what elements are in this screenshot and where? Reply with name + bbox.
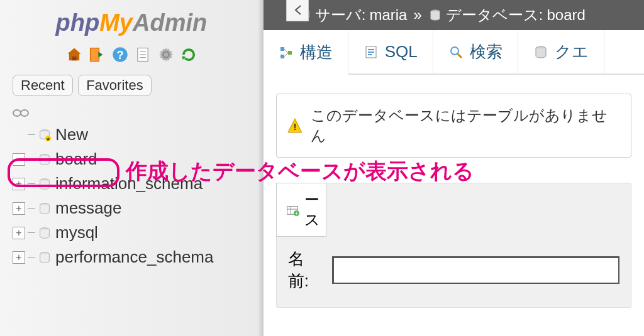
link-icon[interactable]: [13, 109, 231, 117]
structure-icon: [279, 45, 294, 60]
create-header-text: ース: [304, 190, 320, 230]
tab-label: 検索: [470, 41, 502, 63]
content-area: ! このデータベースにはテーブルがありません + ース 名前:: [264, 75, 644, 327]
new-db-icon: ★: [38, 128, 52, 142]
svg-point-31: [451, 47, 458, 55]
create-table-section: + ース 名前:: [276, 183, 631, 308]
annotation-highlight: [8, 158, 119, 187]
database-icon: [38, 226, 52, 240]
logo[interactable]: phpMyAdmin: [13, 9, 250, 36]
logo-part-php: php: [56, 9, 100, 36]
svg-rect-22: [280, 47, 284, 51]
annotation-text: 作成したデータベースが表示される: [126, 157, 474, 186]
svg-point-10: [21, 110, 28, 116]
tree-item-label: mysql: [55, 223, 98, 242]
tree-item-label: message: [55, 198, 122, 218]
tree-new[interactable]: ★ New: [13, 122, 250, 147]
svg-text:★: ★: [46, 136, 50, 142]
tree-spacer: [13, 129, 25, 141]
svg-text:+: +: [295, 211, 298, 217]
database-icon: [38, 251, 52, 264]
name-label: 名前:: [288, 248, 323, 292]
docs-icon[interactable]: [134, 46, 152, 63]
tab-search[interactable]: 検索: [433, 30, 518, 73]
warning-text: このデータベースにはテーブルがありません: [311, 106, 621, 146]
tab-query[interactable]: クエ: [518, 30, 604, 73]
sql-icon: [364, 45, 379, 60]
breadcrumb-db-link[interactable]: board: [547, 6, 585, 24]
logout-icon[interactable]: [88, 46, 106, 63]
breadcrumb-separator: »: [413, 6, 421, 24]
home-icon[interactable]: [65, 46, 83, 63]
recent-tab[interactable]: Recent: [13, 75, 73, 96]
tree-new-label: New: [55, 125, 88, 144]
logo-part-admin: Admin: [133, 9, 207, 36]
warning-box: ! このデータベースにはテーブルがありません: [276, 94, 631, 158]
tree-item-mysql[interactable]: + mysql: [13, 220, 250, 245]
breadcrumb-server-label: サーバ:: [315, 5, 366, 25]
db-tree: ★ New − board + information_schema + mes…: [13, 122, 250, 269]
svg-rect-24: [288, 51, 292, 55]
create-table-icon: +: [286, 203, 299, 217]
tree-connector: [28, 257, 35, 257]
sidebar-toolbar: ?: [13, 46, 250, 63]
svg-point-9: [13, 110, 21, 116]
panel-link-row: [13, 109, 250, 117]
tab-label: 構造: [300, 41, 333, 63]
gear-icon[interactable]: [157, 46, 175, 63]
tree-item-performance-schema[interactable]: + performance_schema: [13, 245, 250, 269]
database-icon: [428, 8, 442, 22]
table-name-input[interactable]: [332, 256, 619, 284]
tree-expander[interactable]: +: [13, 227, 25, 239]
tab-structure[interactable]: 構造: [264, 30, 348, 75]
svg-rect-1: [91, 48, 99, 62]
help-icon[interactable]: ?: [111, 46, 129, 63]
create-table-header[interactable]: + ース: [276, 183, 326, 237]
search-icon: [448, 45, 464, 60]
breadcrumb: サーバ: maria » データベース: board: [264, 0, 644, 30]
logo-part-my: My: [99, 9, 133, 36]
tree-item-message[interactable]: + message: [13, 196, 250, 220]
favorites-tab[interactable]: Favorites: [78, 75, 151, 96]
tree-connector: [28, 208, 35, 209]
database-icon: [38, 202, 52, 215]
tab-sql[interactable]: SQL: [348, 30, 433, 73]
sidebar-tabs: Recent Favorites: [13, 75, 250, 96]
panel-collapse-button[interactable]: [286, 0, 309, 21]
reload-icon[interactable]: [180, 46, 197, 63]
svg-text:!: !: [293, 121, 296, 132]
tree-expander[interactable]: +: [13, 251, 25, 264]
tree-connector: [28, 232, 35, 233]
create-form-row: 名前:: [277, 248, 631, 307]
tree-item-label: performance_schema: [55, 247, 213, 267]
top-tabs: 構造 SQL 検索 クエ: [264, 30, 644, 75]
query-icon: [533, 45, 548, 60]
svg-line-26: [284, 53, 288, 57]
breadcrumb-db-label: データベース:: [446, 5, 543, 25]
tab-label: クエ: [555, 41, 589, 63]
tree-expander[interactable]: +: [13, 202, 25, 215]
svg-rect-0: [72, 56, 76, 60]
tree-connector: [28, 134, 35, 135]
svg-text:?: ?: [116, 48, 123, 62]
svg-rect-23: [280, 55, 284, 58]
svg-line-32: [458, 54, 462, 58]
tab-label: SQL: [385, 42, 418, 62]
warning-icon: !: [287, 117, 303, 134]
breadcrumb-server-link[interactable]: maria: [369, 6, 407, 24]
svg-line-25: [284, 49, 288, 53]
